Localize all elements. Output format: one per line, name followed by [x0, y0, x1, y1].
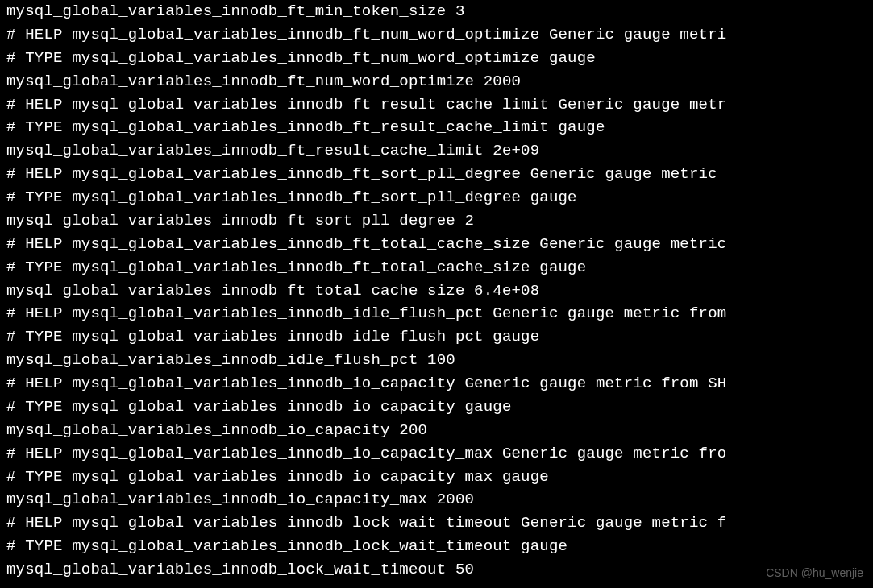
- metric-line: mysql_global_variables_innodb_lock_wait_…: [6, 558, 873, 582]
- help-line: # HELP mysql_global_variables_innodb_io_…: [6, 442, 873, 466]
- type-line: # TYPE mysql_global_variables_innodb_ft_…: [6, 47, 873, 70]
- metric-line: mysql_global_variables_innodb_ft_total_c…: [6, 280, 873, 303]
- watermark-text: CSDN @hu_wenjie: [766, 565, 863, 582]
- metric-line: mysql_global_variables_innodb_ft_sort_pl…: [6, 209, 873, 233]
- help-line: # HELP mysql_global_variables_innodb_ft_…: [6, 233, 873, 256]
- terminal-output[interactable]: mysql_global_variables_innodb_ft_min_tok…: [0, 0, 873, 582]
- type-line: # TYPE mysql_global_variables_innodb_ft_…: [6, 116, 873, 139]
- help-line: # HELP mysql_global_variables_innodb_ft_…: [6, 163, 873, 186]
- type-line: # TYPE mysql_global_variables_innodb_loc…: [6, 535, 873, 558]
- metric-line: mysql_global_variables_innodb_idle_flush…: [6, 349, 873, 372]
- type-line: # TYPE mysql_global_variables_innodb_ft_…: [6, 186, 873, 209]
- help-line: # HELP mysql_global_variables_innodb_ft_…: [6, 93, 873, 117]
- type-line: # TYPE mysql_global_variables_innodb_io_…: [6, 395, 873, 419]
- metric-line: mysql_global_variables_innodb_ft_min_tok…: [6, 0, 873, 23]
- type-line: # TYPE mysql_global_variables_innodb_ft_…: [6, 256, 873, 280]
- metric-line: mysql_global_variables_innodb_ft_result_…: [6, 139, 873, 163]
- type-line: # TYPE mysql_global_variables_innodb_idl…: [6, 325, 873, 349]
- metric-line: mysql_global_variables_innodb_ft_num_wor…: [6, 70, 873, 93]
- help-line: # HELP mysql_global_variables_innodb_io_…: [6, 372, 873, 395]
- metric-line: mysql_global_variables_innodb_io_capacit…: [6, 419, 873, 442]
- help-line: # HELP mysql_global_variables_innodb_loc…: [6, 511, 873, 535]
- help-line: # HELP mysql_global_variables_innodb_ft_…: [6, 23, 873, 47]
- metric-line: mysql_global_variables_innodb_io_capacit…: [6, 488, 873, 511]
- type-line: # TYPE mysql_global_variables_innodb_io_…: [6, 466, 873, 489]
- help-line: # HELP mysql_global_variables_innodb_idl…: [6, 302, 873, 325]
